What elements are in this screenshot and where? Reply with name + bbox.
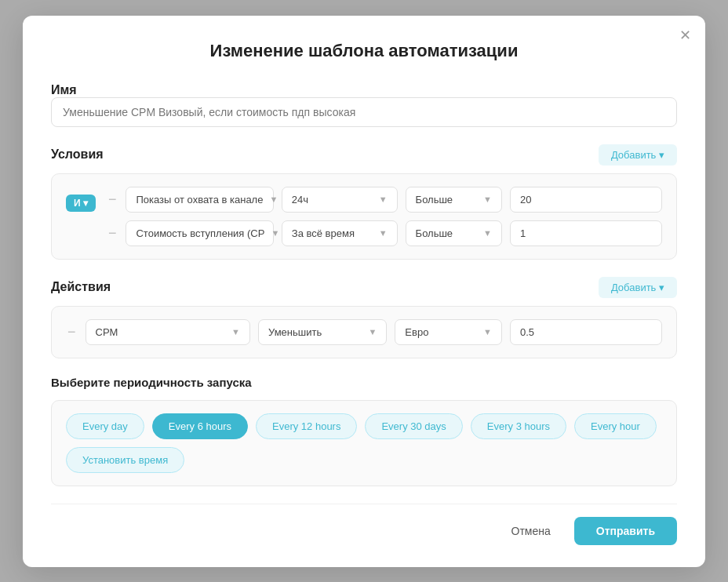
condition-row-2: − Стоимость вступления (СР ▼ За всё врем…	[107, 220, 662, 246]
conditions-box: И ▾ − Показы от охвата в канале ▼ 24ч ▼	[51, 173, 677, 260]
schedule-btn-every-12-hours[interactable]: Every 12 hours	[256, 413, 357, 439]
condition-time-2[interactable]: За всё время ▼	[282, 220, 398, 246]
chevron-down-icon: ▼	[483, 327, 492, 336]
name-input[interactable]	[51, 97, 677, 127]
actions-add-button[interactable]: Добавить ▾	[599, 277, 677, 298]
modal-container: ✕ Изменение шаблона автоматизации Имя Ус…	[23, 16, 705, 567]
conditions-section-header: Условия Добавить ▾	[51, 144, 677, 166]
submit-button[interactable]: Отправить	[574, 517, 677, 545]
schedule-btn-every-day[interactable]: Every day	[66, 413, 144, 439]
action-currency[interactable]: Евро ▼	[395, 319, 502, 345]
condition-value-1[interactable]	[510, 187, 662, 213]
conditions-label: Условия	[51, 147, 104, 162]
chevron-down-icon: ▼	[269, 195, 278, 204]
condition-field-2[interactable]: Стоимость вступления (СР ▼	[126, 220, 273, 246]
action-field[interactable]: CPM ▼	[86, 319, 250, 345]
schedule-box: Every dayEvery 6 hoursEvery 12 hoursEver…	[51, 400, 677, 486]
chevron-down-icon: ▼	[231, 327, 240, 336]
and-badge[interactable]: И ▾	[66, 195, 96, 212]
schedule-btn-every-3-hours[interactable]: Every 3 hours	[471, 413, 566, 439]
schedule-label: Выберите периодичность запуска	[51, 376, 677, 389]
condition-operator-1[interactable]: Больше ▼	[406, 187, 502, 213]
chevron-down-icon: ▼	[368, 327, 377, 336]
footer: Отмена Отправить	[51, 504, 677, 545]
modal-overlay: ✕ Изменение шаблона автоматизации Имя Ус…	[0, 0, 728, 582]
conditions-add-button[interactable]: Добавить ▾	[599, 144, 677, 166]
condition-value-2[interactable]	[510, 220, 662, 246]
and-col: И ▾	[66, 187, 99, 212]
conditions-and-rows: И ▾ − Показы от охвата в канале ▼ 24ч ▼	[66, 187, 662, 246]
chevron-down-icon: ▼	[379, 195, 388, 204]
schedule-buttons: Every dayEvery 6 hoursEvery 12 hoursEver…	[66, 413, 662, 473]
condition-remove-2[interactable]: −	[107, 226, 118, 240]
actions-label: Действия	[51, 280, 111, 294]
actions-row: − CPM ▼ Уменьшить ▼ Евро ▼	[66, 319, 662, 345]
actions-section-header: Действия Добавить ▾	[51, 277, 677, 298]
schedule-btn-every-hour[interactable]: Every hour	[574, 413, 657, 439]
condition-operator-2[interactable]: Больше ▼	[406, 220, 502, 246]
cancel-button[interactable]: Отмена	[499, 518, 563, 544]
chevron-down-icon: ▼	[483, 195, 492, 204]
action-action[interactable]: Уменьшить ▼	[258, 319, 387, 345]
chevron-down-icon: ▼	[483, 228, 492, 238]
conditions-rows-col: − Показы от охвата в канале ▼ 24ч ▼ Боль…	[107, 187, 662, 246]
condition-remove-1[interactable]: −	[107, 192, 118, 206]
name-label: Имя	[51, 83, 677, 97]
schedule-btn-every-30-days[interactable]: Every 30 days	[365, 413, 462, 439]
condition-row-1: − Показы от охвата в канале ▼ 24ч ▼ Боль…	[107, 187, 662, 213]
modal-title: Изменение шаблона автоматизации	[51, 41, 677, 61]
action-remove-1[interactable]: −	[66, 325, 78, 339]
actions-box: − CPM ▼ Уменьшить ▼ Евро ▼	[51, 306, 677, 358]
close-button[interactable]: ✕	[679, 28, 691, 42]
schedule-btn-every-6-hours[interactable]: Every 6 hours	[152, 413, 248, 439]
condition-time-1[interactable]: 24ч ▼	[282, 187, 398, 213]
schedule-btn-set-time[interactable]: Установить время	[66, 447, 184, 473]
chevron-down-icon: ▼	[271, 228, 279, 238]
action-value[interactable]	[510, 319, 662, 345]
chevron-down-icon: ▼	[379, 228, 388, 238]
condition-field-1[interactable]: Показы от охвата в канале ▼	[126, 187, 273, 213]
